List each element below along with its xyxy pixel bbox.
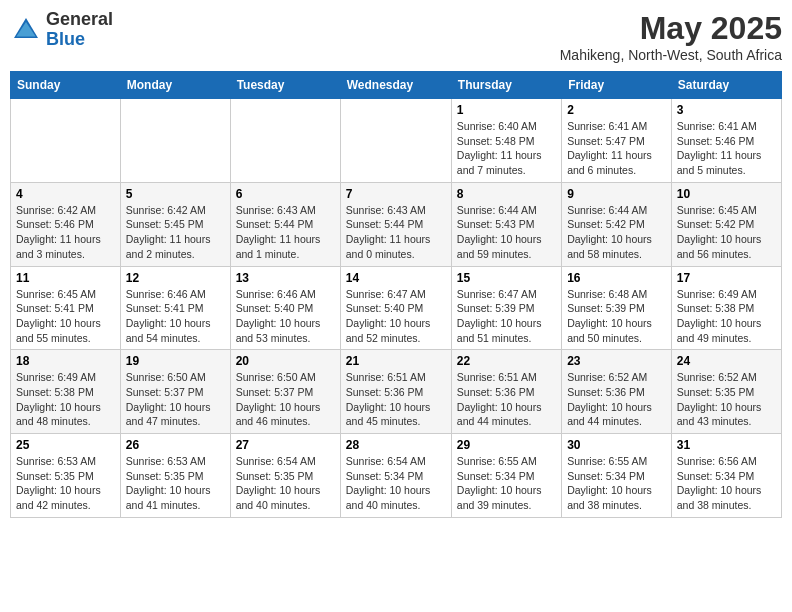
calendar-cell: 25Sunrise: 6:53 AM Sunset: 5:35 PM Dayli… <box>11 434 121 518</box>
day-info: Sunrise: 6:48 AM Sunset: 5:39 PM Dayligh… <box>567 287 666 346</box>
calendar-week-row: 11Sunrise: 6:45 AM Sunset: 5:41 PM Dayli… <box>11 266 782 350</box>
day-number: 1 <box>457 103 556 117</box>
day-number: 26 <box>126 438 225 452</box>
day-number: 15 <box>457 271 556 285</box>
day-number: 4 <box>16 187 115 201</box>
day-info: Sunrise: 6:42 AM Sunset: 5:45 PM Dayligh… <box>126 203 225 262</box>
day-number: 5 <box>126 187 225 201</box>
day-number: 17 <box>677 271 776 285</box>
day-number: 31 <box>677 438 776 452</box>
logo-icon <box>10 14 42 46</box>
weekday-header: Saturday <box>671 72 781 99</box>
day-info: Sunrise: 6:55 AM Sunset: 5:34 PM Dayligh… <box>567 454 666 513</box>
day-number: 24 <box>677 354 776 368</box>
day-number: 25 <box>16 438 115 452</box>
day-info: Sunrise: 6:55 AM Sunset: 5:34 PM Dayligh… <box>457 454 556 513</box>
calendar-cell: 16Sunrise: 6:48 AM Sunset: 5:39 PM Dayli… <box>562 266 672 350</box>
day-number: 20 <box>236 354 335 368</box>
day-number: 2 <box>567 103 666 117</box>
day-info: Sunrise: 6:47 AM Sunset: 5:40 PM Dayligh… <box>346 287 446 346</box>
day-info: Sunrise: 6:41 AM Sunset: 5:46 PM Dayligh… <box>677 119 776 178</box>
day-number: 29 <box>457 438 556 452</box>
day-info: Sunrise: 6:50 AM Sunset: 5:37 PM Dayligh… <box>126 370 225 429</box>
calendar-cell: 27Sunrise: 6:54 AM Sunset: 5:35 PM Dayli… <box>230 434 340 518</box>
calendar-cell: 5Sunrise: 6:42 AM Sunset: 5:45 PM Daylig… <box>120 182 230 266</box>
day-number: 11 <box>16 271 115 285</box>
calendar-cell: 13Sunrise: 6:46 AM Sunset: 5:40 PM Dayli… <box>230 266 340 350</box>
weekday-header: Friday <box>562 72 672 99</box>
day-info: Sunrise: 6:43 AM Sunset: 5:44 PM Dayligh… <box>346 203 446 262</box>
calendar-week-row: 25Sunrise: 6:53 AM Sunset: 5:35 PM Dayli… <box>11 434 782 518</box>
calendar-cell: 22Sunrise: 6:51 AM Sunset: 5:36 PM Dayli… <box>451 350 561 434</box>
logo-general: General <box>46 10 113 30</box>
day-number: 9 <box>567 187 666 201</box>
day-info: Sunrise: 6:54 AM Sunset: 5:35 PM Dayligh… <box>236 454 335 513</box>
title-block: May 2025 Mahikeng, North-West, South Afr… <box>560 10 782 63</box>
day-number: 8 <box>457 187 556 201</box>
calendar-week-row: 1Sunrise: 6:40 AM Sunset: 5:48 PM Daylig… <box>11 99 782 183</box>
day-number: 23 <box>567 354 666 368</box>
calendar-cell: 3Sunrise: 6:41 AM Sunset: 5:46 PM Daylig… <box>671 99 781 183</box>
calendar-week-row: 4Sunrise: 6:42 AM Sunset: 5:46 PM Daylig… <box>11 182 782 266</box>
day-number: 14 <box>346 271 446 285</box>
day-info: Sunrise: 6:45 AM Sunset: 5:42 PM Dayligh… <box>677 203 776 262</box>
day-number: 18 <box>16 354 115 368</box>
weekday-header: Tuesday <box>230 72 340 99</box>
calendar-cell: 29Sunrise: 6:55 AM Sunset: 5:34 PM Dayli… <box>451 434 561 518</box>
calendar-cell: 8Sunrise: 6:44 AM Sunset: 5:43 PM Daylig… <box>451 182 561 266</box>
day-number: 30 <box>567 438 666 452</box>
calendar-cell <box>120 99 230 183</box>
day-info: Sunrise: 6:56 AM Sunset: 5:34 PM Dayligh… <box>677 454 776 513</box>
month-title: May 2025 <box>560 10 782 47</box>
day-number: 12 <box>126 271 225 285</box>
calendar-cell <box>11 99 121 183</box>
day-number: 22 <box>457 354 556 368</box>
day-info: Sunrise: 6:42 AM Sunset: 5:46 PM Dayligh… <box>16 203 115 262</box>
logo: General Blue <box>10 10 113 50</box>
weekday-header: Monday <box>120 72 230 99</box>
calendar-cell: 26Sunrise: 6:53 AM Sunset: 5:35 PM Dayli… <box>120 434 230 518</box>
day-info: Sunrise: 6:53 AM Sunset: 5:35 PM Dayligh… <box>16 454 115 513</box>
calendar-cell: 9Sunrise: 6:44 AM Sunset: 5:42 PM Daylig… <box>562 182 672 266</box>
calendar-cell: 15Sunrise: 6:47 AM Sunset: 5:39 PM Dayli… <box>451 266 561 350</box>
weekday-header: Sunday <box>11 72 121 99</box>
weekday-header-row: SundayMondayTuesdayWednesdayThursdayFrid… <box>11 72 782 99</box>
calendar-cell <box>340 99 451 183</box>
calendar-cell: 28Sunrise: 6:54 AM Sunset: 5:34 PM Dayli… <box>340 434 451 518</box>
page-header: General Blue May 2025 Mahikeng, North-We… <box>10 10 782 63</box>
day-info: Sunrise: 6:54 AM Sunset: 5:34 PM Dayligh… <box>346 454 446 513</box>
day-info: Sunrise: 6:53 AM Sunset: 5:35 PM Dayligh… <box>126 454 225 513</box>
logo-blue: Blue <box>46 30 113 50</box>
calendar-cell: 7Sunrise: 6:43 AM Sunset: 5:44 PM Daylig… <box>340 182 451 266</box>
day-info: Sunrise: 6:51 AM Sunset: 5:36 PM Dayligh… <box>346 370 446 429</box>
calendar-cell: 23Sunrise: 6:52 AM Sunset: 5:36 PM Dayli… <box>562 350 672 434</box>
day-info: Sunrise: 6:52 AM Sunset: 5:36 PM Dayligh… <box>567 370 666 429</box>
day-info: Sunrise: 6:51 AM Sunset: 5:36 PM Dayligh… <box>457 370 556 429</box>
calendar-cell: 20Sunrise: 6:50 AM Sunset: 5:37 PM Dayli… <box>230 350 340 434</box>
calendar-cell: 6Sunrise: 6:43 AM Sunset: 5:44 PM Daylig… <box>230 182 340 266</box>
day-number: 6 <box>236 187 335 201</box>
day-info: Sunrise: 6:44 AM Sunset: 5:43 PM Dayligh… <box>457 203 556 262</box>
calendar-cell: 24Sunrise: 6:52 AM Sunset: 5:35 PM Dayli… <box>671 350 781 434</box>
calendar-cell: 18Sunrise: 6:49 AM Sunset: 5:38 PM Dayli… <box>11 350 121 434</box>
calendar-cell <box>230 99 340 183</box>
day-info: Sunrise: 6:40 AM Sunset: 5:48 PM Dayligh… <box>457 119 556 178</box>
calendar-cell: 4Sunrise: 6:42 AM Sunset: 5:46 PM Daylig… <box>11 182 121 266</box>
day-info: Sunrise: 6:45 AM Sunset: 5:41 PM Dayligh… <box>16 287 115 346</box>
day-info: Sunrise: 6:49 AM Sunset: 5:38 PM Dayligh… <box>16 370 115 429</box>
day-number: 19 <box>126 354 225 368</box>
calendar-cell: 30Sunrise: 6:55 AM Sunset: 5:34 PM Dayli… <box>562 434 672 518</box>
day-number: 16 <box>567 271 666 285</box>
calendar-week-row: 18Sunrise: 6:49 AM Sunset: 5:38 PM Dayli… <box>11 350 782 434</box>
calendar-cell: 31Sunrise: 6:56 AM Sunset: 5:34 PM Dayli… <box>671 434 781 518</box>
day-number: 3 <box>677 103 776 117</box>
location: Mahikeng, North-West, South Africa <box>560 47 782 63</box>
day-info: Sunrise: 6:44 AM Sunset: 5:42 PM Dayligh… <box>567 203 666 262</box>
day-info: Sunrise: 6:46 AM Sunset: 5:40 PM Dayligh… <box>236 287 335 346</box>
day-number: 28 <box>346 438 446 452</box>
logo-text: General Blue <box>46 10 113 50</box>
weekday-header: Wednesday <box>340 72 451 99</box>
day-info: Sunrise: 6:47 AM Sunset: 5:39 PM Dayligh… <box>457 287 556 346</box>
calendar-cell: 11Sunrise: 6:45 AM Sunset: 5:41 PM Dayli… <box>11 266 121 350</box>
day-number: 7 <box>346 187 446 201</box>
